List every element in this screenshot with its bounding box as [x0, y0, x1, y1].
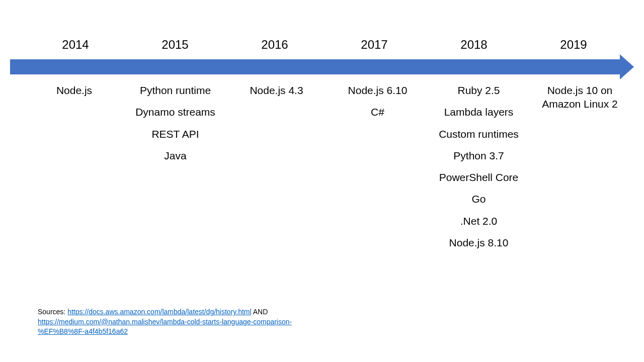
source-link-2[interactable]: https://medium.com/@nathan.malishev/lamb…	[38, 318, 292, 336]
year-label: 2017	[329, 38, 420, 52]
timeline-item: Node.js 10 on Amazon Linux 2	[531, 83, 629, 111]
timeline-item: Java	[126, 149, 224, 162]
timeline-column-2015: Python runtime Dynamo streams REST API J…	[126, 83, 224, 257]
timeline-column-2019: Node.js 10 on Amazon Linux 2	[531, 83, 629, 257]
timeline-item: Python 3.7	[430, 149, 528, 162]
sources-citation: Sources: https://docs.aws.amazon.com/lam…	[38, 307, 319, 337]
source-link-1[interactable]: https://docs.aws.amazon.com/lambda/lates…	[67, 308, 251, 316]
timeline-item: Custom runtimes	[430, 127, 528, 141]
timeline-item: Node.js 4.3	[227, 83, 326, 97]
timeline-item: REST API	[126, 127, 224, 141]
sources-label: Sources:	[38, 308, 67, 316]
sources-and: AND	[252, 308, 268, 316]
timeline-item: PowerShell Core	[430, 170, 528, 184]
items-row: Node.js Python runtime Dynamo streams RE…	[10, 83, 634, 257]
timeline-item: Python runtime	[126, 83, 224, 97]
timeline-column-2014: Node.js	[25, 83, 123, 257]
timeline-item: Dynamo streams	[126, 105, 224, 119]
year-label: 2015	[130, 38, 220, 52]
year-label: 2014	[30, 38, 121, 52]
timeline-column-2018: Ruby 2.5 Lambda layers Custom runtimes P…	[430, 83, 528, 257]
years-row: 2014 2015 2016 2017 2018 2019	[10, 38, 634, 52]
arrow-head-icon	[620, 54, 634, 79]
timeline-item: Lambda layers	[430, 105, 528, 119]
year-label: 2019	[528, 38, 619, 52]
timeline-column-2017: Node.js 6.10 C#	[329, 83, 427, 257]
timeline-item: Node.js 8.10	[430, 236, 528, 249]
arrow-shaft	[10, 59, 621, 74]
timeline-item: C#	[329, 105, 427, 119]
timeline-item: Ruby 2.5	[430, 83, 528, 97]
timeline-diagram: 2014 2015 2016 2017 2018 2019 Node.js Py…	[10, 38, 634, 257]
timeline-arrow	[10, 59, 634, 74]
timeline-item: Node.js 6.10	[329, 83, 427, 97]
year-label: 2018	[429, 38, 519, 52]
timeline-column-2016: Node.js 4.3	[227, 83, 326, 257]
year-label: 2016	[229, 38, 320, 52]
timeline-item: Go	[430, 192, 528, 206]
timeline-item: Node.js	[25, 83, 123, 97]
timeline-item: .Net 2.0	[430, 214, 528, 228]
